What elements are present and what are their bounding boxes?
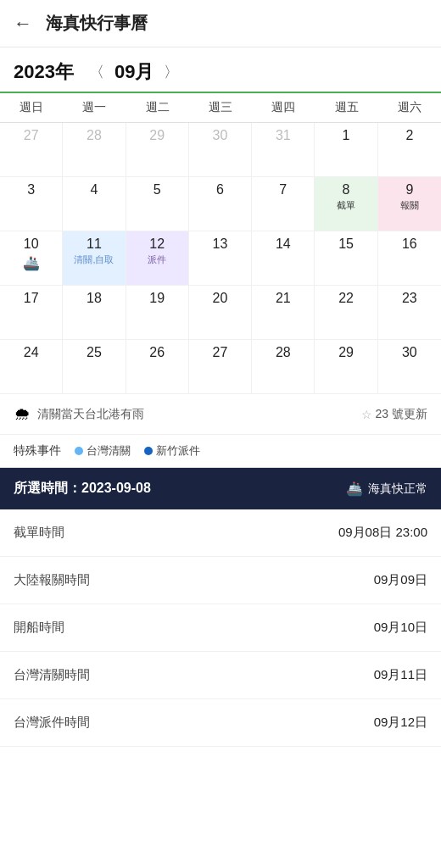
day-cell[interactable]: 10🚢 bbox=[0, 231, 63, 286]
day-event-label: 報關 bbox=[400, 199, 419, 212]
rain-notice: 🌧 清關當天台北港有雨 ☆ 23 號更新 bbox=[0, 394, 441, 435]
day-cell[interactable]: 13 bbox=[189, 231, 252, 286]
weekday-header: 週日週一週二週三週四週五週六 bbox=[0, 93, 441, 123]
legend-hsinchu: 新竹派件 bbox=[144, 443, 200, 459]
detail-value: 09月08日 23:00 bbox=[338, 525, 427, 541]
day-number: 20 bbox=[213, 291, 228, 306]
day-cell[interactable]: 14 bbox=[252, 231, 315, 286]
day-cell[interactable]: 18 bbox=[63, 286, 126, 340]
day-cell[interactable]: 6 bbox=[189, 177, 252, 231]
day-cell[interactable]: 15 bbox=[315, 231, 377, 286]
prev-month-button[interactable]: 〈 bbox=[82, 62, 111, 82]
ship-day-icon: 🚢 bbox=[23, 255, 40, 271]
next-month-button[interactable]: 〉 bbox=[157, 62, 186, 82]
day-number: 8 bbox=[343, 182, 350, 198]
detail-label: 截單時間 bbox=[14, 525, 64, 541]
detail-value: 09月11日 bbox=[374, 667, 427, 683]
day-number: 14 bbox=[276, 236, 291, 252]
day-cell[interactable]: 12派件 bbox=[126, 231, 189, 286]
day-cell[interactable]: 26 bbox=[126, 340, 189, 394]
page-title: 海真快行事曆 bbox=[46, 12, 148, 35]
weekday-label: 週日 bbox=[0, 93, 63, 122]
day-cell[interactable]: 22 bbox=[315, 286, 377, 340]
detail-label: 台灣清關時間 bbox=[14, 667, 90, 683]
weekday-label: 週一 bbox=[63, 93, 126, 122]
day-number: 13 bbox=[213, 236, 228, 252]
day-number: 27 bbox=[24, 128, 39, 143]
status-badge: 🚢 海真快正常 bbox=[346, 481, 427, 497]
legend: 特殊事件 台灣清關 新竹派件 bbox=[0, 435, 441, 468]
day-cell[interactable]: 29 bbox=[126, 123, 189, 177]
day-number: 6 bbox=[216, 182, 224, 198]
year-label: 2023年 bbox=[14, 59, 74, 85]
selected-time-label: 所選時間：2023-09-08 bbox=[14, 480, 151, 498]
day-number: 23 bbox=[402, 291, 417, 306]
day-cell[interactable]: 17 bbox=[0, 286, 63, 340]
day-number: 26 bbox=[149, 345, 165, 360]
day-cell[interactable]: 31 bbox=[252, 123, 315, 177]
legend-title: 特殊事件 bbox=[14, 443, 61, 459]
day-cell[interactable]: 28 bbox=[63, 123, 126, 177]
detail-label: 開船時間 bbox=[14, 620, 64, 636]
rain-icon: 🌧 bbox=[14, 404, 31, 424]
weekday-label: 週四 bbox=[252, 93, 315, 122]
day-cell[interactable]: 8截單 bbox=[315, 177, 377, 231]
hsinchu-label: 新竹派件 bbox=[156, 443, 200, 459]
taiwan-label: 台灣清關 bbox=[87, 443, 131, 459]
day-number: 17 bbox=[24, 291, 39, 306]
day-cell[interactable]: 27 bbox=[189, 340, 252, 394]
day-number: 16 bbox=[402, 236, 417, 252]
day-cell[interactable]: 20 bbox=[189, 286, 252, 340]
day-number: 24 bbox=[24, 345, 39, 360]
day-number: 10 bbox=[24, 236, 39, 252]
day-cell[interactable]: 4 bbox=[63, 177, 126, 231]
legend-taiwan: 台灣清關 bbox=[75, 443, 131, 459]
detail-value: 09月09日 bbox=[374, 572, 427, 588]
day-number: 30 bbox=[213, 128, 228, 143]
day-number: 21 bbox=[276, 291, 291, 306]
day-cell[interactable]: 5 bbox=[126, 177, 189, 231]
rain-text: 清關當天台北港有雨 bbox=[37, 407, 144, 422]
day-cell[interactable]: 21 bbox=[252, 286, 315, 340]
detail-row: 大陸報關時間09月09日 bbox=[0, 557, 441, 604]
day-cell[interactable]: 30 bbox=[378, 340, 441, 394]
day-cell[interactable]: 2 bbox=[378, 123, 441, 177]
detail-value: 09月12日 bbox=[374, 715, 427, 731]
detail-row: 台灣派件時間09月12日 bbox=[0, 699, 441, 747]
day-number: 15 bbox=[338, 236, 354, 252]
day-cell[interactable]: 19 bbox=[126, 286, 189, 340]
day-number: 28 bbox=[276, 345, 291, 360]
month-label: 09月 bbox=[114, 59, 154, 85]
day-cell[interactable]: 16 bbox=[378, 231, 441, 286]
calendar: 週日週一週二週三週四週五週六 272829303112345678截單9報關10… bbox=[0, 92, 441, 394]
detail-row: 台灣清關時間09月11日 bbox=[0, 652, 441, 699]
days-grid: 272829303112345678截單9報關10🚢11清關,自取12派件131… bbox=[0, 123, 441, 394]
day-number: 30 bbox=[402, 345, 417, 360]
app-header: ← 海真快行事曆 bbox=[0, 0, 441, 47]
day-cell[interactable]: 25 bbox=[63, 340, 126, 394]
day-cell[interactable]: 24 bbox=[0, 340, 63, 394]
detail-row: 截單時間09月08日 23:00 bbox=[0, 509, 441, 557]
day-cell[interactable]: 9報關 bbox=[378, 177, 441, 231]
day-cell[interactable]: 29 bbox=[315, 340, 377, 394]
day-number: 29 bbox=[338, 345, 354, 360]
star-icon: ☆ bbox=[361, 408, 372, 421]
day-cell[interactable]: 23 bbox=[378, 286, 441, 340]
weekday-label: 週三 bbox=[189, 93, 252, 122]
day-cell[interactable]: 3 bbox=[0, 177, 63, 231]
day-cell[interactable]: 27 bbox=[0, 123, 63, 177]
day-cell[interactable]: 30 bbox=[189, 123, 252, 177]
day-number: 27 bbox=[213, 345, 228, 360]
day-cell[interactable]: 11清關,自取 bbox=[63, 231, 126, 286]
day-cell[interactable]: 7 bbox=[252, 177, 315, 231]
hsinchu-dot bbox=[144, 447, 153, 455]
back-button[interactable]: ← bbox=[14, 13, 32, 35]
ship-icon: 🚢 bbox=[346, 481, 363, 497]
weekday-label: 週二 bbox=[126, 93, 189, 122]
day-cell[interactable]: 28 bbox=[252, 340, 315, 394]
day-number: 31 bbox=[276, 128, 291, 143]
day-event-label: 派件 bbox=[148, 253, 166, 266]
day-number: 22 bbox=[338, 291, 354, 306]
month-navigation: 2023年 〈 09月 〉 bbox=[0, 47, 441, 92]
day-cell[interactable]: 1 bbox=[315, 123, 377, 177]
